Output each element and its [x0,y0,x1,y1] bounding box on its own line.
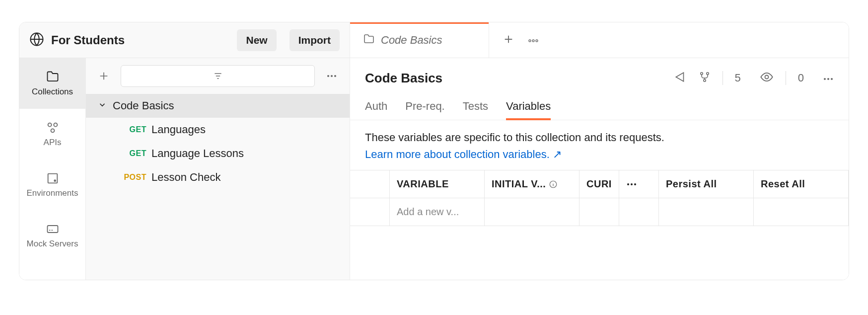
svg-point-1 [529,40,531,42]
svg-point-6 [51,129,54,132]
method-badge: POST [121,173,146,182]
col-variable: VARIABLE [390,170,485,198]
svg-point-10 [327,75,329,77]
request-name: Language Lessons [151,147,244,160]
collection-icon [363,33,375,47]
svg-point-3 [536,40,538,42]
new-button[interactable]: New [237,29,276,51]
tab-label: Code Basics [381,34,442,47]
reset-all-button[interactable]: Reset All [754,170,849,198]
svg-point-22 [631,183,633,185]
col-initial-value: INITIAL V... [485,170,579,198]
globe-icon [29,32,44,49]
share-icon[interactable] [674,71,687,85]
more-options-button[interactable] [823,74,834,82]
svg-point-4 [48,123,51,127]
variables-description: These variables are specific to this col… [365,131,834,144]
svg-rect-9 [47,226,58,233]
variables-table: VARIABLE INITIAL V... CURI Persist All R… [350,170,849,226]
svg-point-5 [54,123,57,127]
external-link-icon: ↗ [553,148,562,161]
tab-strip: Code Basics [350,22,849,58]
initial-value-cell[interactable] [485,198,579,226]
request-row[interactable]: GET Languages [86,118,350,142]
fork-icon[interactable] [699,71,711,85]
method-badge: GET [121,149,146,158]
tab-auth[interactable]: Auth [365,95,387,120]
watch-icon[interactable] [760,70,774,86]
svg-point-18 [827,78,829,80]
svg-point-16 [765,76,768,79]
filter-input[interactable] [121,65,315,87]
collection-row[interactable]: Code Basics [86,94,350,118]
main-panel: Code Basics 5 0 [350,58,849,280]
learn-more-link[interactable]: Learn more about collection variables. ↗ [365,148,562,161]
environments-icon [46,171,60,185]
info-icon [549,180,558,189]
tab-prereq[interactable]: Pre-req. [405,95,444,120]
add-variable-input[interactable]: Add a new v... [390,198,485,226]
request-name: Lesson Check [151,171,220,184]
current-value-cell[interactable] [579,198,619,226]
import-button[interactable]: Import [289,29,340,51]
svg-point-12 [334,75,336,77]
collections-icon [46,70,60,84]
tab-variables[interactable]: Variables [506,95,551,120]
svg-point-17 [824,78,826,80]
app-window: For Students New Import Code Basics [19,22,849,280]
svg-point-11 [331,75,333,77]
nav-label: Environments [27,188,78,198]
mock-servers-icon [46,222,60,236]
apis-icon [46,121,60,135]
nav-label: Mock Servers [27,239,78,249]
svg-point-21 [627,183,629,185]
nav-label: APIs [44,138,62,148]
svg-point-14 [706,73,708,75]
request-row[interactable]: POST Lesson Check [86,165,350,189]
tab-code-basics[interactable]: Code Basics [350,22,489,58]
col-options[interactable] [619,170,659,198]
fork-count: 5 [735,72,741,84]
nav-label: Collections [32,87,73,97]
svg-point-15 [703,79,705,81]
collections-pane: Code Basics GET Languages GET Language L… [86,58,350,280]
checkbox-column [350,170,390,198]
svg-point-13 [700,73,702,75]
svg-rect-7 [48,174,57,183]
nav-collections[interactable]: Collections [19,58,85,109]
method-badge: GET [121,125,146,134]
persist-all-button[interactable]: Persist All [659,170,754,198]
filter-icon [213,71,223,81]
nav-sidebar: Collections APIs Environments [19,58,86,280]
svg-point-19 [831,78,833,80]
svg-point-8 [54,180,56,181]
request-name: Languages [151,123,206,136]
tab-options-button[interactable] [528,36,539,45]
new-tab-button[interactable] [503,34,514,47]
sub-tabs: Auth Pre-req. Tests Variables [350,95,849,120]
svg-point-2 [532,40,534,42]
workspace-header: For Students New Import [19,22,350,58]
request-row[interactable]: GET Language Lessons [86,142,350,165]
checkbox-cell[interactable] [350,198,390,226]
nav-environments[interactable]: Environments [19,159,85,210]
page-title[interactable]: Code Basics [365,71,662,86]
nav-apis[interactable]: APIs [19,109,85,159]
workspace-name[interactable]: For Students [51,33,125,47]
watch-count: 0 [798,72,804,84]
chevron-down-icon [98,99,107,112]
col-current-value: CURI [579,170,619,198]
collections-options-button[interactable] [322,66,342,86]
svg-point-23 [634,183,636,185]
top-bar: For Students New Import Code Basics [19,22,849,58]
tab-tests[interactable]: Tests [463,95,488,120]
nav-mock-servers[interactable]: Mock Servers [19,210,85,261]
create-collection-button[interactable] [94,66,114,86]
collection-name: Code Basics [113,99,174,112]
